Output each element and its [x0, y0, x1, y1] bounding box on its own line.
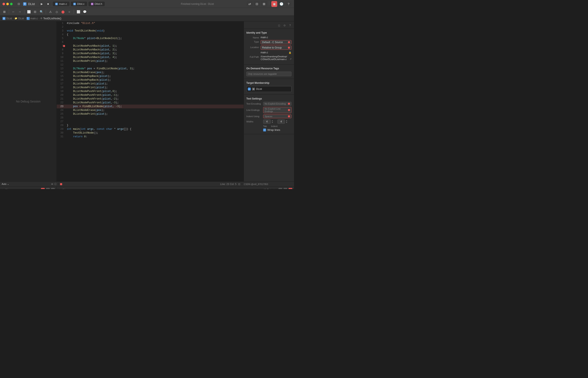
bookmark-btn[interactable]: ◇ [54, 9, 59, 14]
tab-width-spinner[interactable]: 4 [263, 120, 271, 124]
line-content-5[interactable]: DLTNode* plist=DListNodeInit(); [66, 37, 244, 40]
tab-up-arrow[interactable]: ▲ [271, 120, 273, 122]
stop-button[interactable]: ■ [45, 1, 51, 7]
forward-button[interactable]: → [17, 9, 23, 14]
tab-spinner-arrows[interactable]: ▲ ▼ [271, 120, 273, 123]
search-btn[interactable]: 🔍 [39, 9, 44, 14]
location-dropdown[interactable]: Relative to Group [261, 46, 292, 50]
speech-btn[interactable]: 💬 [82, 9, 87, 14]
debug-filter-input[interactable] [5, 188, 40, 189]
line-content-30[interactable]: TestDListNode(); [66, 132, 244, 135]
output-pause-btn[interactable]: ⏸ [283, 188, 287, 189]
inspector-icon[interactable]: ⇄ [247, 1, 253, 7]
indent-spinner-arrows[interactable]: ▲ ▼ [286, 120, 287, 123]
grid-btn[interactable]: ⊟ [32, 9, 38, 14]
line-content-9[interactable]: DListNodePushBack(plist, 3); [66, 52, 244, 55]
line-content-8[interactable]: DListNodePushBack(plist, 2); [66, 48, 244, 51]
line-content-21[interactable]: DListNodePushFront(plist,-2); [66, 97, 244, 100]
code-area[interactable]: 1 #include "Dlist.h" 2 3 void TestDListN… [57, 21, 244, 181]
warning-btn[interactable]: ⚠ [48, 9, 53, 14]
sidebar-toggle-button[interactable]: ⊡ [16, 1, 21, 7]
tab-main-c-label: main.c [59, 2, 67, 5]
line-content-24[interactable]: DListNodeErase(pos); [66, 109, 244, 112]
type-dropdown[interactable]: Default - C Source [261, 40, 292, 44]
type-red-indicator [288, 41, 290, 43]
line-content-17[interactable]: DListNodePrint(plist); [66, 82, 244, 85]
line-content-16[interactable]: DListNodePopBack(plist); [66, 79, 244, 81]
line-content-20[interactable]: DListNodePushFront(plist,-1); [66, 94, 244, 97]
maximize-button[interactable] [10, 3, 13, 5]
line-content-11[interactable]: DListNodePrint(plist); [66, 60, 244, 63]
line-content-31[interactable]: return 0: [66, 135, 244, 138]
line-num-26: 26 [57, 116, 66, 119]
line-content-14[interactable]: DListNodeErase(pos); [66, 71, 244, 74]
line-content-25[interactable]: DListNodePrint(plist); [66, 113, 244, 116]
run-button[interactable]: ▶ [39, 1, 44, 7]
panel-icon[interactable]: ⊟ [254, 1, 260, 7]
debug-filter-btn2[interactable]: ≡ [51, 188, 55, 189]
line-content-13[interactable]: DLTNode* pos = FindDListNode(plist, 3); [66, 67, 244, 70]
line-num-7[interactable]: 7 [57, 44, 66, 47]
output-trash-btn[interactable]: 🗑 [279, 188, 282, 189]
wrap-row: ✓ Wrap lines [246, 128, 292, 132]
eye-icon[interactable]: 👁 [51, 183, 53, 185]
wrap-checkbox[interactable]: ✓ [263, 129, 266, 132]
identity-tab[interactable]: ◻ [277, 23, 281, 28]
breadcrumb-dlist1[interactable]: D DList [2, 17, 12, 20]
path-link-icon[interactable]: ↗ [290, 58, 292, 60]
back-button[interactable]: ← [11, 9, 16, 14]
indent-red-indicator [288, 115, 290, 117]
tags-input[interactable]: Only resources are taggable [246, 72, 292, 76]
code-line-26: 26 [57, 116, 244, 120]
line-endings-dropdown[interactable]: No Explicit Line Endings [263, 107, 292, 113]
output-filter-input[interactable] [62, 188, 262, 189]
line-content-10[interactable]: DListNodePushBack(plist, 4); [66, 56, 244, 59]
help-tab[interactable]: ? [288, 23, 292, 28]
breadcrumb-dlist2[interactable]: 📁 DList [14, 17, 24, 20]
indent-up-arrow[interactable]: ▲ [286, 120, 287, 122]
close-button[interactable] [2, 3, 5, 5]
info-icon[interactable]: ⓘ [54, 182, 56, 186]
help-icon[interactable]: ? [286, 1, 292, 7]
breakpoint-btn[interactable]: ⬤ [60, 9, 66, 14]
indent-down-arrow[interactable]: ▼ [286, 122, 287, 123]
grid-view-button[interactable]: ⊞ [2, 9, 7, 14]
indent-width-spinner[interactable]: 4 [277, 120, 285, 124]
env-btn[interactable]: ○ [67, 9, 72, 14]
breadcrumb-file[interactable]: C main.c [27, 17, 38, 20]
file-btn[interactable]: ⬜ [26, 9, 31, 14]
all-output-label[interactable]: All Output ⌄ [263, 188, 277, 189]
debug-filter-btn1[interactable]: ▼ [46, 188, 50, 189]
line-num-1: 1 [57, 22, 66, 25]
error-icon[interactable]: ◼ [271, 1, 277, 7]
clock-icon[interactable]: 🕐 [279, 1, 284, 7]
tab-dlist-h[interactable]: H Dlist.h [88, 1, 105, 7]
line-content-18[interactable]: DListNodePrint(plist); [66, 86, 244, 89]
line-content-3[interactable]: void TestDListNode(void) [66, 29, 244, 32]
minimize-button[interactable] [6, 3, 9, 5]
line-content-4[interactable]: { [66, 33, 244, 36]
square-btn[interactable]: ⬜ [76, 9, 81, 14]
tab-dlist-c[interactable]: C Dlist.c [71, 1, 87, 7]
lock-icon[interactable]: 🔒 [289, 51, 292, 54]
encoding-dropdown[interactable]: No Explicit Encoding [263, 102, 292, 106]
indent-using-dropdown[interactable]: Spaces [263, 114, 292, 118]
debug-clear-btn[interactable]: ✕ [41, 188, 45, 189]
tab-down-arrow[interactable]: ▼ [271, 122, 273, 123]
tab-main-c[interactable]: C main.c [53, 1, 70, 7]
line-content-28[interactable]: } [66, 124, 244, 127]
history-tab[interactable]: ⊙ [282, 23, 287, 28]
dlist-checkbox[interactable]: ✓ [248, 88, 251, 91]
breadcrumb-function[interactable]: ⚙ TestDListNode() [40, 17, 61, 20]
line-content-29[interactable]: int main(int argc, const char * argv[]) … [66, 128, 244, 131]
layout-icon[interactable]: ⊡ [238, 183, 240, 186]
line-content-19[interactable]: DListNodePushFront(plist,0); [66, 90, 244, 93]
split-icon[interactable]: ⊠ [261, 1, 267, 7]
line-content-1[interactable]: #include "Dlist.h" [66, 22, 244, 25]
code-editor[interactable]: 1 #include "Dlist.h" 2 3 void TestDListN… [57, 21, 244, 181]
line-content-7[interactable]: DListNodePushBack(plist, 1); [66, 44, 244, 47]
output-stop-btn[interactable]: ■ [289, 188, 292, 189]
line-content-23[interactable]: pos = FindDListNode(plist, -3); [66, 105, 244, 108]
line-content-22[interactable]: DListNodePushFront(plist,-3); [66, 101, 244, 104]
line-content-15[interactable]: DListNodePopBack(plist); [66, 75, 244, 78]
